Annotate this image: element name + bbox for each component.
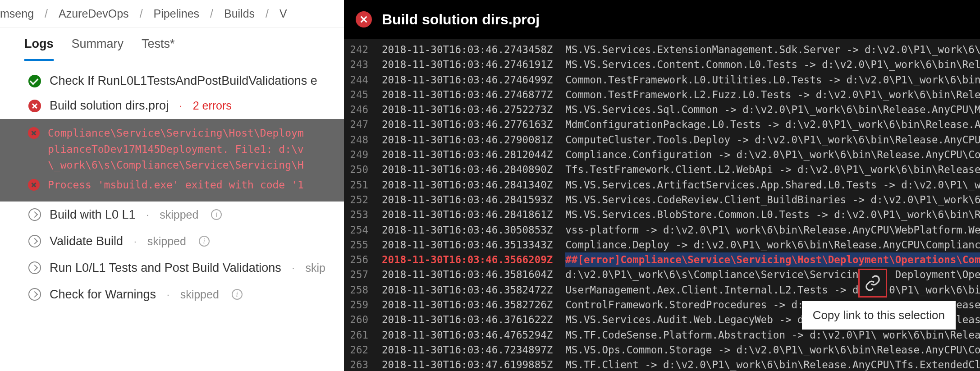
step-title: Build solution dirs.proj — [50, 99, 169, 113]
log-timestamp: 2018-11-30T16:03:46.2812044Z — [382, 147, 565, 162]
log-timestamp: 2018-11-30T16:03:46.3581604Z — [382, 267, 565, 282]
log-timestamp: 2018-11-30T16:03:46.3582472Z — [382, 283, 565, 298]
log-line[interactable]: 2622018-11-30T16:03:46.7234897ZMS.VS.Ops… — [344, 343, 980, 357]
log-timestamp: 2018-11-30T16:03:46.2746191Z — [382, 57, 565, 72]
log-line[interactable]: 2432018-11-30T16:03:46.2746191ZMS.VS.Ser… — [344, 57, 980, 72]
log-timestamp: 2018-11-30T16:03:46.2746499Z — [382, 73, 565, 87]
log-timestamp: 2018-11-30T16:03:46.2752273Z — [382, 102, 565, 117]
step-list: Check If RunL0L1TestsAndPostBuildValidat… — [0, 72, 344, 308]
log-line[interactable]: 2512018-11-30T16:03:46.2841340ZMS.VS.Ser… — [344, 178, 980, 192]
log-message: MS.VS.Services.ExtensionManagement.Sdk.S… — [565, 42, 980, 57]
step-row-validate[interactable]: Validate Build · skipped i — [0, 228, 344, 255]
step-status: skipped — [147, 235, 186, 248]
error-details[interactable]: Compliance\Service\Servicing\Host\Deploy… — [0, 119, 344, 202]
dot-sep: · — [144, 210, 152, 220]
log-line-number: 249 — [344, 147, 382, 162]
log-line-number: 253 — [344, 207, 382, 222]
tab-tests[interactable]: Tests* — [142, 37, 175, 61]
log-timestamp: 2018-11-30T16:03:46.2841861Z — [382, 207, 565, 222]
log-line[interactable]: 2562018-11-30T16:03:46.3566209Z##[error]… — [344, 252, 980, 267]
log-line[interactable]: 2422018-11-30T16:03:46.2743458ZMS.VS.Ser… — [344, 42, 980, 57]
log-message: MS.TF.CodeSense.Platform.Abstraction -> … — [565, 328, 980, 343]
step-title: Check If RunL0L1TestsAndPostBuildValidat… — [50, 74, 317, 88]
error-text-line: Process 'msbuild.exe' exited with code '… — [48, 177, 304, 193]
log-message: MdmConfigurationPackage.L0.Tests -> d:\v… — [565, 117, 980, 132]
log-header: Build solution dirs.proj — [344, 0, 980, 39]
log-line[interactable]: 2492018-11-30T16:03:46.2812044ZComplianc… — [344, 147, 980, 162]
log-timestamp: 2018-11-30T16:03:46.3566209Z — [382, 252, 565, 267]
log-message: d:\v2.0\P1\_work\6\s\Compliance\Service\… — [565, 267, 980, 282]
log-message: Compliance.Deploy -> d:\v2.0\P1\_work\6\… — [565, 238, 980, 252]
log-message: UserManagement.Aex.Client.Internal.L2.Te… — [565, 283, 980, 298]
breadcrumb-item[interactable]: AzureDevOps — [59, 7, 129, 20]
chevron-circle-icon — [28, 234, 41, 248]
log-line[interactable]: 2632018-11-30T16:03:47.6199885ZMS.TF.Cli… — [344, 357, 980, 371]
info-icon[interactable]: i — [211, 209, 222, 220]
error-icon — [356, 11, 372, 27]
log-timestamp: 2018-11-30T16:03:46.3050853Z — [382, 223, 565, 238]
chevron-circle-icon — [28, 208, 41, 221]
log-message: MS.TF.Client -> d:\v2.0\P1\_work\6\bin\R… — [565, 357, 980, 371]
step-status: skipped — [160, 208, 198, 221]
tab-logs[interactable]: Logs — [24, 37, 54, 61]
log-line[interactable]: 2532018-11-30T16:03:46.2841861ZMS.VS.Ser… — [344, 207, 980, 222]
tab-summary[interactable]: Summary — [72, 37, 124, 61]
copy-link-button[interactable] — [858, 269, 887, 298]
error-icon — [28, 99, 41, 113]
dot-sep: · — [131, 236, 139, 247]
log-line[interactable]: 2442018-11-30T16:03:46.2746499ZCommon.Te… — [344, 73, 980, 87]
chevron-circle-icon — [28, 261, 41, 275]
log-line[interactable]: 2522018-11-30T16:03:46.2841593ZMS.VS.Ser… — [344, 192, 980, 207]
dot-sep: · — [177, 101, 185, 111]
dot-sep: · — [289, 263, 298, 273]
log-line-number: 246 — [344, 102, 382, 117]
log-line-number: 247 — [344, 117, 382, 132]
log-line[interactable]: 2612018-11-30T16:03:46.4765294ZMS.TF.Cod… — [344, 328, 980, 343]
step-row-check-warnings[interactable]: Check for Warnings · skipped i — [0, 281, 344, 308]
step-title: Validate Build — [50, 234, 123, 248]
log-line-number: 251 — [344, 178, 382, 192]
log-timestamp: 2018-11-30T16:03:46.2841340Z — [382, 178, 565, 192]
error-text-line: Compliance\Service\Servicing\Host\Deploy… — [48, 125, 304, 142]
log-message: vss-platform -> d:\v2.0\P1\_work\6\bin\R… — [565, 223, 980, 238]
log-line-number: 258 — [344, 283, 382, 298]
error-text-line: \_work\6\s\Compliance\Service\Servicing\… — [48, 157, 304, 174]
log-line-number: 263 — [344, 357, 382, 371]
breadcrumb-item[interactable]: mseng — [0, 7, 34, 20]
log-line[interactable]: 2502018-11-30T16:03:46.2840890ZTfs.TestF… — [344, 162, 980, 177]
log-message: MS.VS.Services.CodeReview.Client_BuildBi… — [565, 192, 980, 207]
step-status: skipped — [180, 288, 219, 301]
log-line-number: 243 — [344, 57, 382, 72]
log-line-number: 245 — [344, 87, 382, 102]
step-title: Run L0/L1 Tests and Post Build Validatio… — [50, 261, 281, 275]
breadcrumb-item[interactable]: V — [279, 7, 287, 20]
step-row-build-solution[interactable]: Build solution dirs.proj · 2 errors — [0, 92, 344, 119]
info-icon[interactable]: i — [232, 289, 243, 300]
log-line-number: 257 — [344, 267, 382, 282]
breadcrumb-item[interactable]: Pipelines — [154, 7, 199, 20]
log-line[interactable]: 2482018-11-30T16:03:46.2790081ZComputeCl… — [344, 133, 980, 147]
log-timestamp: 2018-11-30T16:03:46.2746877Z — [382, 87, 565, 102]
log-message: Common.TestFramework.L0.Utilities.L0.Tes… — [565, 73, 980, 87]
log-line[interactable]: 2472018-11-30T16:03:46.2776163ZMdmConfig… — [344, 117, 980, 132]
log-message: Tfs.TestFramework.Client.L2.WebApi -> d:… — [565, 162, 980, 177]
log-line[interactable]: 2452018-11-30T16:03:46.2746877ZCommon.Te… — [344, 87, 980, 102]
log-line-number: 248 — [344, 133, 382, 147]
log-timestamp: 2018-11-30T16:03:46.3761622Z — [382, 312, 565, 327]
log-line[interactable]: 2462018-11-30T16:03:46.2752273ZMS.VS.Ser… — [344, 102, 980, 117]
tabs: Logs Summary Tests* — [0, 28, 344, 61]
log-timestamp: 2018-11-30T16:03:47.6199885Z — [382, 357, 565, 371]
step-row-build-l0l1[interactable]: Build with L0 L1 · skipped i — [0, 202, 344, 228]
step-row-run-tests[interactable]: Run L0/L1 Tests and Post Build Validatio… — [0, 255, 344, 281]
error-text-line: plianceToDev17M145Deployment. File1: d:\… — [48, 142, 304, 158]
step-row-check[interactable]: Check If RunL0L1TestsAndPostBuildValidat… — [0, 72, 344, 92]
log-line-number: 255 — [344, 238, 382, 252]
log-line[interactable]: 2552018-11-30T16:03:46.3513343ZComplianc… — [344, 238, 980, 252]
error-icon — [28, 179, 40, 191]
log-timestamp: 2018-11-30T16:03:46.3513343Z — [382, 238, 565, 252]
log-line-number: 252 — [344, 192, 382, 207]
log-message: MS.VS.Services.Content.Common.L0.Tests -… — [565, 57, 980, 72]
breadcrumb-item[interactable]: Builds — [224, 7, 255, 20]
info-icon[interactable]: i — [199, 236, 210, 247]
log-line[interactable]: 2542018-11-30T16:03:46.3050853Zvss-platf… — [344, 223, 980, 238]
